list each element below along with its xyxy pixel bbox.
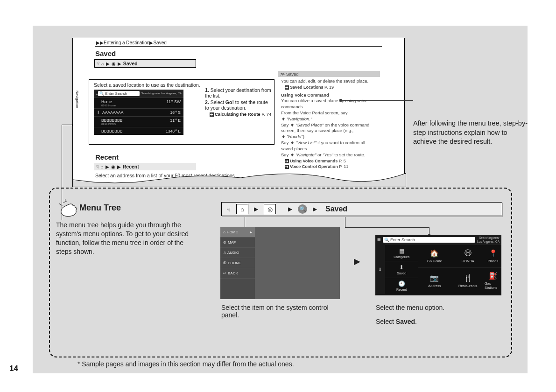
breadcrumb: ▶▶Entering a Destination▶Saved — [73, 38, 404, 46]
home-icon: ⌂ — [101, 164, 104, 169]
panel-menu-audio[interactable]: ♫ AUDIO — [220, 248, 255, 258]
chevron-right-icon — [288, 206, 292, 212]
search-near: Searching nearLos Angeles, CA — [477, 236, 500, 243]
list-item[interactable]: Home0999 Home 11ᴹ SW — [94, 98, 183, 108]
panel-caption: Select Saved. — [376, 318, 493, 325]
chevron-right-icon — [254, 206, 258, 212]
panel-menu-back[interactable]: ↩ BACK — [220, 268, 255, 279]
home-icon: ⌂ — [101, 61, 104, 66]
panel-menu-home[interactable]: ⌂ HOME▸ — [220, 227, 255, 238]
tile-saved[interactable]: ⬇Saved — [385, 261, 418, 277]
panel-caption: Select the item on the system control pa… — [221, 304, 338, 319]
tile-honda[interactable]: ⒽHONDA — [451, 245, 485, 267]
control-panel-screenshot: ⌂ HOME▸ ⊙ MAP ♫ AUDIO ✆ PHONE ↩ BACK — [220, 227, 340, 299]
search-input[interactable]: 🔍 Enter Search — [98, 91, 140, 96]
search-input[interactable]: 🔍 Enter Search — [383, 237, 475, 243]
tile-places[interactable]: 📍Places — [485, 245, 501, 267]
leader-line — [345, 227, 429, 228]
menu-icon[interactable]: ≡ — [377, 236, 381, 243]
menu-tree-end-label: Saved — [325, 205, 347, 213]
sample-page-panel: ▶▶Entering a Destination▶Saved Saved ☟ ⌂… — [72, 38, 405, 187]
hand-icon: ☟ — [97, 61, 99, 66]
recent-desc: Select an address from a list of your 50… — [73, 172, 404, 179]
sidebar-head: ≫ Saved — [278, 71, 380, 77]
callout-text: After following the menu tree, step-by-s… — [413, 119, 532, 147]
leader-line — [345, 217, 345, 227]
menu-tree-bar-saved: ☟ ⌂ ◉ Saved — [94, 59, 196, 68]
side-tab-label: Navigation — [75, 91, 79, 108]
scroll-handle[interactable]: ⬇ — [375, 245, 385, 294]
panel-menu-map[interactable]: ⊙ MAP — [220, 238, 255, 248]
map-icon: ◉ — [111, 164, 115, 169]
leader-line — [245, 217, 245, 228]
infotainment-screenshot: ≡ 🔍 Enter Search Searching nearLos Angel… — [375, 235, 501, 295]
chevron-right-icon — [313, 206, 317, 212]
menu-tree-bar-recent: ☟ ⌂ ◉ Recent — [94, 163, 196, 170]
hand-icon: ☟ — [226, 205, 231, 213]
tip-subhead: Using Voice Command — [281, 92, 377, 98]
menu-tree-label: Recent — [123, 164, 139, 169]
chevron-right-icon — [354, 256, 360, 266]
map-icon: ◉ — [112, 61, 116, 66]
home-button-icon: ⌂ — [236, 204, 248, 214]
panel-caption: Select the menu option. — [376, 304, 493, 311]
menu-tree-heading: Menu Tree — [79, 203, 121, 213]
chevron-right-icon — [118, 61, 121, 66]
tile-restaurants[interactable]: 🍴Restaurants — [451, 267, 485, 294]
tile-gas[interactable]: ⛽Gas Stations — [485, 267, 501, 294]
panel-menu-phone[interactable]: ✆ PHONE — [220, 258, 255, 268]
chevron-right-icon — [106, 164, 109, 169]
saved-list-screenshot: ≡ 🔍 Enter Search Searching near Los Ange… — [94, 90, 183, 135]
leader-line — [429, 227, 429, 235]
pointer-hand-icon — [58, 199, 78, 218]
tip-line: You can add, edit, or delete the saved p… — [281, 78, 377, 84]
footnote: * Sample pages and images in this sectio… — [77, 360, 294, 368]
instruction-list: 1. Select your destination from the list… — [205, 87, 273, 118]
tile-recent[interactable]: 🕘Recent — [385, 278, 418, 294]
list-item[interactable]: ⬇AAAAAAAA 16ᴹ S — [94, 108, 183, 116]
search-near: Searching near Los Angeles, CA — [140, 92, 182, 95]
section-title-recent: Recent — [73, 150, 404, 162]
leader-line — [341, 100, 413, 101]
tile-go-home[interactable]: 🏠Go Home — [418, 245, 451, 267]
chevron-right-icon — [117, 164, 121, 169]
leader-line — [62, 125, 73, 125]
tile-categories[interactable]: ▦Categories — [385, 245, 418, 261]
menu-tree-label: Saved — [123, 61, 138, 66]
list-item[interactable]: BBBBBBBB0999 BBBB 31ᴹ E — [94, 116, 183, 127]
tip-line: From the Voice Portal screen, say "Navig… — [281, 110, 377, 122]
chevron-right-icon — [106, 61, 110, 66]
section-title-saved: Saved — [73, 47, 404, 58]
search-circle-icon: 🔍 — [298, 204, 307, 214]
hand-icon: ☟ — [96, 164, 99, 169]
page-number: 14 — [9, 364, 18, 373]
page-background: ▶▶Entering a Destination▶Saved Saved ☟ ⌂… — [33, 26, 528, 373]
tile-address[interactable]: 📷Address — [418, 267, 451, 294]
menu-tree-bar-large: ☟ ⌂ ◎ 🔍 Saved — [221, 202, 502, 216]
tip-line: Say "Saved Place" on the voice command s… — [281, 122, 377, 140]
saved-detail-box: Select a saved location to use as the de… — [89, 79, 274, 145]
menu-tree-description: The menu tree helps guide you through th… — [56, 221, 201, 256]
list-item[interactable]: BBBBBBBB 1346ᴹ E — [94, 127, 183, 135]
map-button-icon: ◎ — [264, 204, 276, 214]
